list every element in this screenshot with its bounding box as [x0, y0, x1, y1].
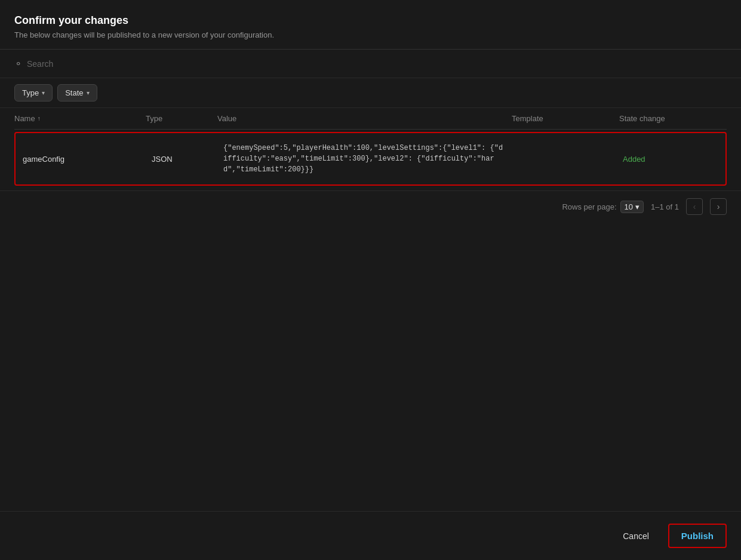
rows-per-page-label: Rows per page: [562, 202, 616, 211]
state-filter-label: State [65, 88, 83, 97]
state-filter-button[interactable]: State ▾ [57, 84, 97, 101]
page-info: 1–1 of 1 [651, 202, 679, 211]
search-wrapper: ⚬ Search [14, 58, 727, 69]
type-filter-chevron-icon: ▾ [42, 90, 45, 96]
table-header: Name ↑ Type Value Template State change [14, 108, 727, 130]
publish-button[interactable]: Publish [668, 524, 727, 548]
table-row: gameConfig JSON {"enemySpeed":5,"playerH… [14, 132, 727, 186]
page-subtitle: The below changes will be published to a… [14, 30, 727, 39]
rows-per-page-control: Rows per page: 10 ▾ [562, 201, 644, 213]
column-state-change: State change [619, 114, 727, 123]
row-type: JSON [147, 147, 219, 171]
search-placeholder: Search [27, 59, 53, 69]
row-template [511, 152, 618, 166]
row-state-change: Added [618, 147, 725, 171]
column-template: Template [512, 114, 619, 123]
row-name: gameConfig [16, 147, 147, 171]
table-container: Name ↑ Type Value Template State change … [0, 108, 741, 186]
search-icon: ⚬ [14, 58, 22, 69]
page-title: Confirm your changes [14, 14, 727, 27]
page-header: Confirm your changes The below changes w… [0, 0, 741, 50]
type-filter-button[interactable]: Type ▾ [14, 84, 53, 101]
state-filter-chevron-icon: ▾ [87, 90, 90, 96]
rows-select-chevron-icon: ▾ [635, 202, 639, 211]
search-bar[interactable]: ⚬ Search [0, 50, 741, 78]
column-type: Type [146, 114, 217, 123]
type-filter-label: Type [22, 88, 39, 97]
prev-page-button[interactable]: ‹ [686, 198, 703, 215]
footer: Cancel Publish [0, 511, 741, 560]
pagination-bar: Rows per page: 10 ▾ 1–1 of 1 ‹ › [0, 190, 741, 222]
row-value: {"enemySpeed":5,"playerHealth":100,"leve… [219, 136, 511, 182]
column-name: Name ↑ [14, 114, 146, 123]
filters-bar: Type ▾ State ▾ [0, 78, 741, 108]
sort-icon: ↑ [38, 115, 41, 122]
column-value: Value [217, 114, 512, 123]
cancel-button[interactable]: Cancel [613, 527, 659, 546]
next-page-button[interactable]: › [710, 198, 727, 215]
rows-per-page-select[interactable]: 10 ▾ [620, 201, 644, 213]
